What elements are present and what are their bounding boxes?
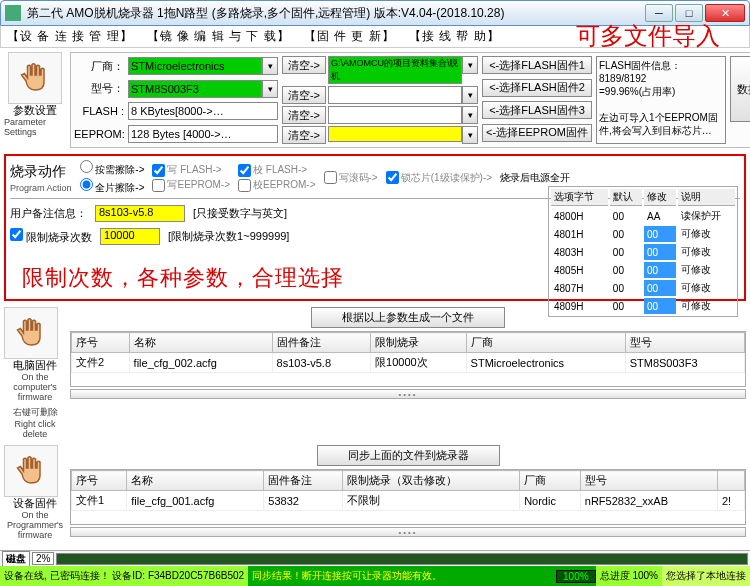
status-device: 设备在线, 已密码连接！ 设备ID: F34BD20C57B6B502 [0, 566, 248, 586]
menu-device[interactable]: 【设 备 连 接 管 理】 [7, 28, 133, 45]
status-sync: 同步结果！断开连接按可让录器功能有效。 [248, 569, 446, 583]
disk-label: 磁盘 [2, 551, 30, 567]
disk-bar [56, 553, 748, 565]
user-note-hint: [只接受数字与英文] [193, 206, 287, 221]
path-field-2[interactable] [328, 86, 462, 104]
status-bar: 磁盘 2% 设备在线, 已密码连接！ 设备ID: F34BD20C57B6B50… [0, 550, 750, 586]
menu-firmware[interactable]: 【固 件 更 新】 [304, 28, 395, 45]
select-flash-3[interactable]: <-选择FLASH固件3 [482, 101, 592, 119]
table-row: 4800H00AA读保护开 [551, 208, 735, 224]
dropdown-icon[interactable]: ▾ [462, 126, 478, 144]
clear-button-4[interactable]: 清空-> [282, 126, 326, 144]
disk-pct: 2% [32, 552, 54, 565]
cpufw-label: 电脑固件 [4, 359, 66, 372]
dropdown-icon[interactable]: ▾ [262, 57, 278, 75]
eeprom-size: 128 Bytes [4000->… [128, 125, 278, 143]
clear-button-1[interactable]: 清空-> [282, 56, 326, 74]
devfw-icon[interactable] [4, 445, 58, 497]
limit-count-hint: [限制烧录次数1~999999] [168, 229, 289, 244]
generate-file-button[interactable]: 根据以上参数生成一个文件 [311, 307, 505, 328]
splitter-1[interactable]: •••• [70, 389, 746, 399]
erase-radio-1[interactable]: 按需擦除-> [80, 160, 145, 177]
conn-selected: 您选择了本地连接 [662, 566, 750, 586]
user-note-label: 用户备注信息： [10, 206, 87, 221]
table-row: 文件1file_cfg_001.acfg53832不限制NordicnRF528… [72, 491, 745, 511]
table-row: 4803H0000可修改 [551, 244, 735, 260]
dropdown-icon[interactable]: ▾ [462, 86, 478, 104]
params-icon[interactable] [8, 52, 62, 104]
table-row: 4801H0000可修改 [551, 226, 735, 242]
program-action-panel: 烧录动作 Program Action 按需擦除-> 全片擦除-> 写 FLAS… [4, 154, 746, 301]
params-sub: Parameter Settings [4, 117, 66, 137]
top-config-panel: 厂商： STMicroelectronics▾ 型号： STM8S003F3▾ … [70, 52, 750, 148]
window-title: 第二代 AMO脱机烧录器 1拖N路型 (多路烧录,多个固件,远程管理) 版本:V… [27, 5, 645, 22]
rolling-code-chk[interactable]: 写滚码-> [324, 171, 378, 185]
prog-sub: Program Action [10, 183, 72, 193]
table-row: 4807H0000可修改 [551, 280, 735, 296]
dropdown-icon[interactable]: ▾ [262, 80, 278, 98]
verify-eeprom-chk[interactable]: 校EEPROM-> [238, 178, 316, 192]
eeprom-label: EEPROM: [74, 128, 124, 140]
write-eeprom-chk[interactable]: 写EEPROM-> [152, 178, 230, 192]
select-flash-1[interactable]: <-选择FLASH固件1 [482, 56, 592, 74]
path-field-1[interactable]: G:\AMOMCU的项目资料集合\脱机 [328, 56, 462, 84]
sync-files-button[interactable]: 同步上面的文件到烧录器 [317, 445, 500, 466]
verify-flash-chk[interactable]: 校 FLASH-> [238, 163, 316, 177]
total-progress: 总进度 100% [596, 566, 662, 586]
dropdown-icon[interactable]: ▾ [462, 106, 478, 124]
clear-button-3[interactable]: 清空-> [282, 106, 326, 124]
devfw-label: 设备固件 [4, 497, 66, 510]
table-row: 4809H0000可修改 [551, 298, 735, 314]
write-flash-chk[interactable]: 写 FLASH-> [152, 163, 230, 177]
dropdown-icon[interactable]: ▾ [462, 56, 478, 74]
lock-chip-chk[interactable]: 锁芯片(1级读保护)-> [386, 171, 492, 185]
progress-100: 100% [556, 570, 596, 583]
limit-count-chk[interactable]: 限制烧录次数 [10, 228, 92, 245]
power-on-label: 烧录后电源全开 [500, 171, 570, 185]
table-row: 文件2file_cfg_002.acfg8s103-v5.8限10000次STM… [72, 353, 745, 373]
flash-info-box: FLASH固件信息： 8189/8192 =99.96%(占用率) 左边可导入1… [596, 56, 726, 144]
menu-wiring[interactable]: 【接 线 帮 助】 [409, 28, 500, 45]
vendor-label: 厂商： [74, 59, 124, 74]
option-bytes-table: 选项字节默认修改说明 4800H00AA读保护开 4801H0000可修改 48… [548, 186, 738, 317]
model-combo[interactable]: STM8S003F3 [128, 80, 262, 98]
cpufw-icon[interactable] [4, 307, 58, 359]
table-row: 4805H0000可修改 [551, 262, 735, 278]
vendor-combo[interactable]: STMicroelectronics [128, 57, 262, 75]
erase-radio-2[interactable]: 全片擦除-> [80, 178, 145, 195]
splitter-2[interactable]: •••• [70, 527, 746, 537]
data-button[interactable]: 数据 [730, 56, 750, 122]
select-flash-2[interactable]: <-选择FLASH固件2 [482, 79, 592, 97]
menu-image[interactable]: 【镜 像 编 辑 与 下 载】 [147, 28, 290, 45]
user-note-input[interactable]: 8s103-v5.8 [95, 205, 185, 222]
device-files-table[interactable]: 序号名称固件备注限制烧录（双击修改）厂商型号 文件1file_cfg_001.a… [71, 470, 745, 511]
flash-size: 8 KBytes[8000->… [128, 102, 278, 120]
limit-count-input[interactable]: 10000 [100, 228, 160, 245]
app-icon [5, 5, 21, 21]
prog-title: 烧录动作 [10, 164, 66, 179]
flash-label: FLASH : [74, 105, 124, 117]
select-eeprom[interactable]: <-选择EEPROM固件 [482, 124, 592, 142]
path-field-4[interactable] [328, 126, 462, 142]
model-label: 型号： [74, 81, 124, 96]
path-field-3[interactable] [328, 106, 462, 124]
computer-files-table[interactable]: 序号名称固件备注限制烧录厂商型号 文件2file_cfg_002.acfg8s1… [71, 332, 745, 373]
clear-button-2[interactable]: 清空-> [282, 86, 326, 104]
params-label: 参数设置 [4, 104, 66, 117]
